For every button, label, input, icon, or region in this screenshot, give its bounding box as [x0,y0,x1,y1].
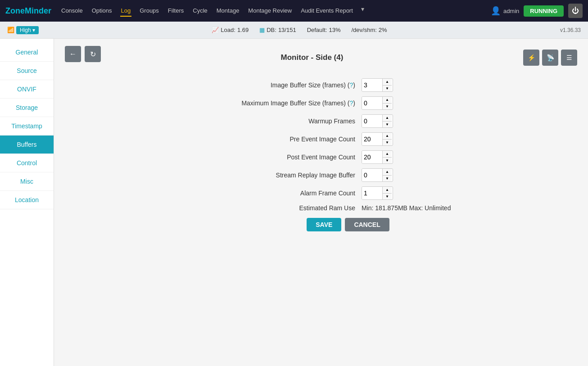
db-icon: ▦ [259,27,265,33]
stream-replay-down[interactable]: ▼ [383,175,392,181]
form-row-max-image-buffer: Maximum Image Buffer Size (frames) (?) ▲… [163,96,479,110]
running-badge[interactable]: RUNNING [524,5,564,17]
high-indicator-icon: 📶 [7,27,14,33]
stream-replay-label: Stream Replay Image Buffer [163,172,362,179]
sidebar-item-source[interactable]: Source [0,62,54,80]
sidebar-item-timestamp[interactable]: Timestamp [0,117,54,136]
image-buffer-size-down[interactable]: ▼ [383,85,392,91]
save-button[interactable]: SAVE [307,218,341,231]
max-image-buffer-control: ▲ ▼ [362,96,479,110]
max-image-buffer-down[interactable]: ▼ [383,103,392,109]
buffers-form: Image Buffer Size (frames) (?) ▲ ▼ Maxim… [163,78,479,231]
alarm-frame-count-up[interactable]: ▲ [383,187,392,193]
image-buffer-size-input[interactable] [362,79,382,91]
stream-replay-control: ▲ ▼ [362,168,479,182]
pre-event-up[interactable]: ▲ [383,133,392,139]
nav-console[interactable]: Console [60,5,84,17]
alarm-frame-count-spinner: ▲ ▼ [362,186,393,200]
sidebar-item-onvif[interactable]: ONVIF [0,80,54,99]
sidebar-item-general[interactable]: General [0,43,54,62]
sidebar-item-location[interactable]: Location [0,191,54,209]
post-event-input[interactable] [362,151,382,163]
warmup-frames-spinner: ▲ ▼ [362,114,393,128]
back-button[interactable]: ← [65,46,81,62]
form-row-estimated-ram: Estimated Ram Use Min: 181.875MB Max: Un… [163,204,479,212]
image-buffer-size-up[interactable]: ▲ [383,79,392,85]
form-row-image-buffer-size: Image Buffer Size (frames) (?) ▲ ▼ [163,78,479,92]
default-stat: Default: 13% [307,27,341,33]
load-value: 1.69 [237,27,249,33]
refresh-button[interactable]: ↻ [85,46,101,62]
sidebar: General Source ONVIF Storage Timestamp B… [0,39,54,366]
status-bar: 📶 High ▾ 📈 Load: 1.69 ▦ DB: 13/151 Defau… [0,22,588,39]
alarm-frame-count-label: Alarm Frame Count [163,190,362,197]
form-row-alarm-frame-count: Alarm Frame Count ▲ ▼ [163,186,479,200]
warmup-frames-input[interactable] [362,115,382,127]
max-image-buffer-up[interactable]: ▲ [383,97,392,103]
nav-groups[interactable]: Groups [139,5,160,17]
pre-event-input[interactable] [362,133,382,145]
list-button[interactable]: ☰ [561,50,577,66]
status-center: 📈 Load: 1.69 ▦ DB: 13/151 Default: 13% /… [39,27,560,33]
sidebar-item-misc[interactable]: Misc [0,172,54,191]
shm-value: 2% [379,27,387,33]
nav-filters[interactable]: Filters [167,5,185,17]
sidebar-item-storage[interactable]: Storage [0,99,54,117]
post-event-control: ▲ ▼ [362,150,479,164]
nav-log[interactable]: Log [120,5,132,17]
post-event-down[interactable]: ▼ [383,157,392,163]
post-event-up[interactable]: ▲ [383,151,392,157]
stream-replay-spinner: ▲ ▼ [362,168,393,182]
rss1-button[interactable]: ⚡ [523,50,539,66]
estimated-ram-label: Estimated Ram Use [163,204,362,212]
form-row-stream-replay: Stream Replay Image Buffer ▲ ▼ [163,168,479,182]
content-area: ← ↻ Monitor - Side (4) ⚡ 📡 ☰ I [54,39,588,366]
stream-replay-input[interactable] [362,169,382,181]
max-image-buffer-input[interactable] [362,97,382,109]
load-stat: 📈 Load: 1.69 [212,27,249,33]
brand-logo[interactable]: ZoneMinder [5,6,51,16]
nav-audit-events[interactable]: Audit Events Report [300,5,354,17]
nav-options[interactable]: Options [91,5,113,17]
high-badge[interactable]: High ▾ [16,26,39,34]
image-buffer-size-label: Image Buffer Size (frames) (?) [163,81,362,89]
pre-event-control: ▲ ▼ [362,132,479,146]
nav-montage-review[interactable]: Montage Review [247,5,293,17]
warmup-frames-down[interactable]: ▼ [383,121,392,127]
image-buffer-size-control: ▲ ▼ [362,78,479,92]
sidebar-item-control[interactable]: Control [0,154,54,172]
warmup-frames-label: Warmup Frames [163,117,362,125]
shm-stat: /dev/shm: 2% [351,27,387,33]
default-value: 13% [329,27,340,33]
estimated-ram-text: Min: 181.875MB Max: Unlimited [362,204,451,212]
admin-label[interactable]: admin [503,8,519,14]
image-buffer-size-spinner: ▲ ▼ [362,78,393,92]
nav-links: Console Options Log Groups Filters Cycle… [60,5,491,17]
db-stat: ▦ DB: 13/151 [259,27,296,33]
nav-chevron-icon: ▾ [361,5,364,17]
navbar: ZoneMinder Console Options Log Groups Fi… [0,0,588,22]
db-value: 13/151 [278,27,296,33]
form-actions: SAVE CANCEL [217,218,479,231]
power-button[interactable]: ⏻ [568,4,583,18]
post-event-spinner: ▲ ▼ [362,150,393,164]
nav-cycle[interactable]: Cycle [192,5,208,17]
alarm-frame-count-down[interactable]: ▼ [383,193,392,199]
pre-event-down[interactable]: ▼ [383,139,392,145]
alarm-frame-count-control: ▲ ▼ [362,186,479,200]
form-row-warmup-frames: Warmup Frames ▲ ▼ [163,114,479,128]
rss2-button[interactable]: 📡 [542,50,558,66]
version-label: v1.36.33 [560,27,581,33]
pre-event-spinner: ▲ ▼ [362,132,393,146]
alarm-frame-count-input[interactable] [362,187,382,199]
warmup-frames-up[interactable]: ▲ [383,115,392,121]
post-event-label: Post Event Image Count [163,154,362,161]
stream-replay-up[interactable]: ▲ [383,169,392,175]
nav-montage[interactable]: Montage [216,5,240,17]
max-image-buffer-help-link[interactable]: ? [350,99,353,107]
list-icon: ☰ [566,54,572,61]
sidebar-item-buffers[interactable]: Buffers [0,136,54,154]
cancel-button[interactable]: CANCEL [345,218,389,231]
image-buffer-size-help-link[interactable]: ? [350,81,353,89]
page-title: Monitor - Side (4) [101,53,523,62]
